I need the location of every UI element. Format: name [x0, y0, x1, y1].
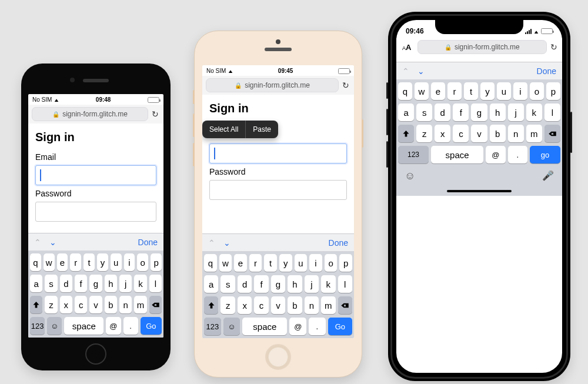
key-p[interactable]: p [151, 253, 162, 271]
key-l[interactable]: l [149, 275, 162, 292]
key-c[interactable]: c [453, 125, 469, 142]
dot-key[interactable]: . [123, 317, 138, 335]
key-k[interactable]: k [134, 275, 146, 292]
key-y[interactable]: y [97, 253, 108, 271]
key-b[interactable]: b [288, 296, 302, 314]
space-key[interactable]: space [242, 318, 287, 335]
key-y[interactable]: y [480, 82, 495, 100]
backspace-key[interactable] [544, 125, 560, 142]
backspace-key[interactable] [149, 296, 162, 313]
go-key[interactable]: go [530, 146, 560, 163]
key-k[interactable]: k [526, 103, 542, 121]
key-w[interactable]: w [219, 254, 232, 272]
key-v[interactable]: v [471, 125, 487, 142]
key-c[interactable]: c [75, 296, 87, 313]
next-field-icon[interactable]: ⌄ [417, 66, 425, 76]
go-key[interactable]: Go [328, 318, 352, 335]
key-q[interactable]: q [30, 253, 41, 271]
key-l[interactable]: l [544, 103, 560, 121]
key-e[interactable]: e [431, 82, 445, 100]
key-r[interactable]: r [249, 254, 262, 272]
key-m[interactable]: m [526, 125, 542, 142]
volume-up[interactable] [386, 109, 388, 135]
key-b[interactable]: b [105, 296, 117, 313]
prev-field-icon[interactable]: ⌃ [402, 66, 409, 76]
key-q[interactable]: q [204, 254, 217, 272]
key-i[interactable]: i [309, 254, 322, 272]
key-h[interactable]: h [490, 103, 506, 121]
key-g[interactable]: g [271, 275, 285, 293]
refresh-icon[interactable]: ↻ [342, 81, 350, 90]
dot-key[interactable]: . [508, 146, 527, 163]
key-t[interactable]: t [464, 82, 478, 100]
key-k[interactable]: k [321, 275, 335, 293]
url-bar[interactable]: 🔒 signin-form.glitch.me [417, 40, 547, 54]
go-key[interactable]: Go [141, 317, 162, 335]
space-key[interactable]: space [64, 317, 103, 335]
key-z[interactable]: z [45, 296, 57, 313]
mute-switch[interactable] [193, 90, 195, 104]
key-h[interactable]: h [288, 275, 302, 293]
key-c[interactable]: c [254, 296, 268, 314]
key-z[interactable]: z [416, 125, 432, 142]
key-s[interactable]: s [220, 275, 235, 293]
at-key[interactable]: @ [289, 318, 306, 335]
email-field[interactable] [35, 165, 156, 185]
volume-down[interactable] [193, 143, 195, 166]
key-f[interactable]: f [75, 275, 87, 292]
key-o[interactable]: o [325, 254, 338, 272]
key-n[interactable]: n [119, 296, 132, 313]
text-size-button[interactable]: AA [400, 43, 414, 52]
done-button[interactable]: Done [138, 238, 158, 247]
key-x[interactable]: x [238, 296, 252, 314]
key-u[interactable]: u [497, 82, 511, 100]
key-m[interactable]: m [134, 296, 146, 313]
key-x[interactable]: x [60, 296, 72, 313]
url-bar[interactable]: 🔒 signin-form.glitch.me [206, 78, 339, 92]
key-j[interactable]: j [305, 275, 319, 293]
emoji-key[interactable]: ☺ [223, 318, 240, 335]
shift-key[interactable] [204, 296, 218, 314]
key-e[interactable]: e [57, 253, 68, 271]
key-q[interactable]: q [398, 82, 412, 100]
shift-key[interactable] [30, 296, 42, 313]
power-button[interactable] [570, 112, 572, 153]
password-field[interactable] [35, 202, 156, 222]
power-button[interactable] [362, 119, 363, 148]
key-z[interactable]: z [220, 296, 235, 314]
home-button[interactable] [265, 344, 291, 370]
prev-field-icon[interactable]: ⌃ [208, 238, 215, 248]
key-l[interactable]: l [338, 275, 352, 293]
volume-down[interactable] [386, 141, 388, 168]
key-j[interactable]: j [508, 103, 524, 121]
refresh-icon[interactable]: ↻ [152, 109, 160, 119]
numbers-key[interactable]: 123 [30, 317, 45, 335]
next-field-icon[interactable]: ⌄ [49, 238, 56, 247]
at-key[interactable]: @ [486, 146, 505, 163]
key-a[interactable]: a [398, 103, 414, 121]
emoji-key[interactable]: ☺ [47, 317, 62, 335]
key-a[interactable]: a [30, 275, 42, 292]
next-field-icon[interactable]: ⌄ [223, 238, 230, 248]
shift-key[interactable] [398, 125, 414, 142]
key-f[interactable]: f [453, 103, 469, 121]
key-w[interactable]: w [44, 253, 55, 271]
key-s[interactable]: s [416, 103, 432, 121]
key-f[interactable]: f [254, 275, 268, 293]
key-h[interactable]: h [105, 275, 117, 292]
key-v[interactable]: v [89, 296, 102, 313]
space-key[interactable]: space [431, 146, 483, 163]
backspace-key[interactable] [338, 296, 352, 314]
mute-switch[interactable] [386, 82, 388, 99]
done-button[interactable]: Done [537, 66, 556, 76]
email-field[interactable] [209, 143, 347, 163]
key-u[interactable]: u [111, 253, 122, 271]
numbers-key[interactable]: 123 [398, 146, 429, 163]
key-x[interactable]: x [435, 125, 450, 142]
done-button[interactable]: Done [329, 238, 348, 248]
key-j[interactable]: j [119, 275, 132, 292]
password-field[interactable] [209, 180, 347, 200]
key-m[interactable]: m [321, 296, 335, 314]
key-p[interactable]: p [546, 82, 560, 100]
emoji-key[interactable]: ☺ [405, 170, 415, 182]
